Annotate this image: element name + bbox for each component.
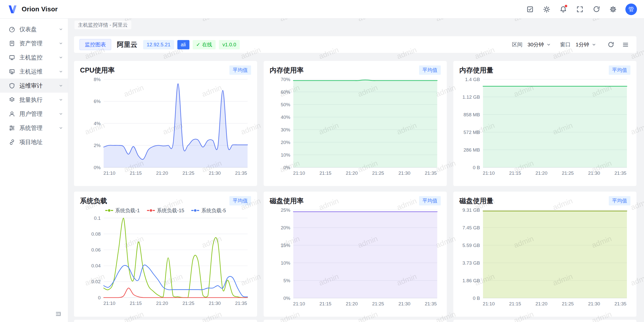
dashboard-gauge-icon — [9, 26, 15, 33]
svg-text:21:25: 21:25 — [372, 170, 384, 176]
svg-text:6%: 6% — [94, 99, 101, 104]
average-badge: 平均值 — [419, 65, 441, 75]
svg-text:0 B: 0 B — [473, 165, 480, 170]
batch-exec-layers-icon — [9, 96, 15, 103]
sidebar-item-assets[interactable]: 资产管理 — [0, 36, 68, 50]
svg-text:0.1: 0.1 — [94, 216, 101, 221]
interval-label: 区间 — [512, 41, 522, 48]
average-badge: 平均值 — [609, 65, 630, 75]
sidebar-item-batch-exec[interactable]: 批量执行 — [0, 93, 68, 107]
chart-card-cpu-usage: CPU使用率平均值 0%2%4%6%8%21:1021:1521:2021:25… — [74, 61, 257, 186]
topbar-actions: 管 — [523, 3, 637, 16]
sidebar-item-project-link[interactable]: 项目地址 — [0, 135, 68, 149]
svg-text:21:35: 21:35 — [425, 170, 437, 176]
chart-card-partial — [74, 320, 257, 322]
svg-text:21:30: 21:30 — [209, 170, 221, 176]
sidebar-item-label: 主机运维 — [19, 68, 54, 76]
svg-text:21:25: 21:25 — [372, 301, 384, 306]
average-badge: 平均值 — [609, 196, 630, 205]
chevron-down-icon — [546, 42, 551, 47]
svg-text:21:30: 21:30 — [588, 170, 600, 176]
svg-text:21:15: 21:15 — [319, 301, 332, 306]
logo-v-icon — [7, 4, 18, 15]
chevron-down-icon — [58, 97, 63, 102]
settings-gear-icon[interactable] — [606, 3, 620, 16]
svg-text:40%: 40% — [281, 115, 290, 120]
host-header-card: 监控图表 阿里云 12.92.5.21 ali ✓ 在线 v1.0.0 区间 3… — [74, 36, 636, 53]
svg-text:0%: 0% — [284, 296, 291, 301]
chevron-down-icon — [58, 69, 63, 74]
host-name: 阿里云 — [117, 40, 137, 49]
svg-text:21:15: 21:15 — [130, 170, 142, 176]
sidebar-item-host-ops[interactable]: 主机运维 — [0, 64, 68, 79]
memory-usage-rate-chart: 0%10%20%30%40%50%60%70%21:1021:1521:2021… — [270, 76, 441, 177]
chevron-down-icon — [58, 83, 63, 88]
legend-item[interactable]: 系统负载-5 — [191, 207, 226, 214]
host-status-tag: ✓ 在线 — [193, 40, 216, 49]
app-title: Orion Visor — [22, 5, 58, 13]
svg-text:21:15: 21:15 — [319, 170, 332, 176]
svg-text:21:15: 21:15 — [130, 301, 142, 306]
system-load-chart: 00.020.040.060.080.121:1021:1521:2021:25… — [80, 214, 251, 308]
chart-title: 磁盘使用率 — [270, 196, 304, 205]
system-sliders-icon — [9, 125, 15, 131]
average-badge: 平均值 — [229, 196, 251, 205]
fullscreen-icon[interactable] — [573, 3, 587, 16]
svg-text:25%: 25% — [281, 207, 290, 213]
monitor-chart-toggle-button[interactable]: 监控图表 — [79, 39, 111, 50]
chart-title: 内存使用率 — [270, 66, 304, 75]
svg-text:1.4 GB: 1.4 GB — [465, 77, 480, 82]
sidebar-item-host-monitor[interactable]: 主机监控 — [0, 50, 68, 64]
sidebar-item-dashboard[interactable]: 仪表盘 — [0, 22, 68, 36]
host-status-label: 在线 — [202, 41, 212, 48]
refresh-icon[interactable] — [590, 3, 603, 16]
sidebar-item-label: 项目地址 — [19, 138, 63, 146]
chart-controls: 区间 30分钟 窗口 1分钟 — [512, 39, 631, 50]
window-select[interactable]: 1分钟 — [574, 39, 598, 50]
sidebar-item-system-management[interactable]: 系统管理 — [0, 121, 68, 135]
changelog-icon[interactable] — [523, 3, 537, 16]
memory-usage-amount-chart: 0 B286 MB572 MB858 MB1.12 GB1.4 GB21:102… — [459, 76, 630, 177]
sidebar: 仪表盘 资产管理 主机监控 主机运维 运维审计 批量执行 — [0, 19, 68, 322]
svg-text:21:20: 21:20 — [535, 170, 547, 176]
svg-text:70%: 70% — [281, 77, 290, 82]
sidebar-collapse-button[interactable] — [53, 309, 63, 319]
host-monitor-icon — [9, 54, 15, 61]
legend-label: 系统负载-5 — [201, 207, 226, 214]
disk-usage-rate-chart: 0%5%10%15%20%25%21:1021:1521:2021:2521:3… — [270, 206, 441, 308]
legend-item[interactable]: 系统负载-15 — [147, 207, 184, 214]
interval-select[interactable]: 30分钟 — [526, 39, 552, 50]
svg-text:0.08: 0.08 — [91, 231, 101, 237]
disk-usage-amount-chart: 0 B1.86 GB3.73 GB5.59 GB7.45 GB9.31 GB21… — [459, 206, 630, 308]
svg-text:21:25: 21:25 — [182, 301, 194, 306]
chevron-down-icon — [58, 41, 63, 46]
chart-title: 磁盘使用量 — [459, 196, 493, 205]
main-content: 主机监控详情 - 阿里云 监控图表 阿里云 12.92.5.21 ali ✓ 在… — [68, 19, 644, 322]
sidebar-item-label: 主机监控 — [19, 54, 54, 61]
avatar[interactable]: 管 — [625, 4, 637, 15]
theme-sun-icon[interactable] — [540, 3, 553, 16]
svg-text:21:35: 21:35 — [235, 170, 247, 176]
chart-settings-button[interactable] — [620, 39, 631, 50]
chart-refresh-button[interactable] — [605, 39, 616, 50]
sidebar-item-label: 资产管理 — [19, 40, 54, 47]
notification-bell-icon[interactable] — [556, 3, 570, 16]
chevron-down-icon — [58, 55, 63, 60]
svg-text:286 MB: 286 MB — [464, 147, 480, 153]
svg-text:21:20: 21:20 — [535, 301, 547, 306]
legend-item[interactable]: 系统负载-1 — [105, 207, 140, 214]
sidebar-item-user-management[interactable]: 用户管理 — [0, 107, 68, 121]
legend-label: 系统负载-15 — [157, 207, 184, 214]
host-alias-tag: ali — [177, 40, 189, 49]
chart-legend: 系统负载-1系统负载-15系统负载-5 — [80, 206, 251, 214]
chart-title: CPU使用率 — [80, 66, 115, 75]
svg-text:21:10: 21:10 — [103, 170, 115, 176]
sidebar-item-ops-audit[interactable]: 运维审计 — [0, 79, 68, 93]
svg-text:0.04: 0.04 — [91, 263, 101, 268]
svg-text:21:20: 21:20 — [346, 301, 358, 306]
legend-marker-icon — [191, 209, 199, 212]
chevron-down-icon — [58, 125, 63, 130]
sidebar-item-label: 仪表盘 — [19, 25, 54, 33]
svg-text:21:25: 21:25 — [562, 170, 574, 176]
svg-text:0%: 0% — [94, 165, 101, 170]
